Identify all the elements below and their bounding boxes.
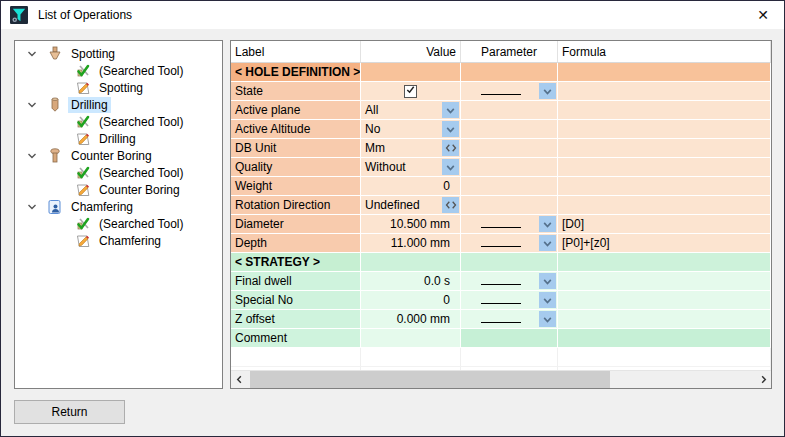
tree-item-label: Counter Boring: [96, 182, 183, 198]
property-label: State: [231, 82, 361, 101]
property-label: Weight: [231, 177, 361, 196]
formula-cell[interactable]: [558, 291, 771, 310]
property-row-comment: Comment: [231, 329, 771, 348]
parameter-cell: [461, 101, 558, 120]
column-header-value: Value: [361, 41, 461, 63]
property-value: 11.000 mm: [391, 236, 450, 250]
formula-cell[interactable]: [558, 272, 771, 291]
chevron-down-icon[interactable]: [25, 98, 39, 112]
property-value-cell[interactable]: 0: [361, 291, 461, 310]
tree-item-searchedtool[interactable]: (Searched Tool): [15, 215, 222, 232]
scroll-left-icon[interactable]: [231, 371, 247, 388]
tree-item-spotting[interactable]: Spotting: [15, 79, 222, 96]
tree-group-spotting[interactable]: Spotting: [15, 45, 222, 62]
property-value-cell[interactable]: No: [361, 120, 461, 139]
property-label: Depth: [231, 234, 361, 253]
tree-item-searchedtool[interactable]: (Searched Tool): [15, 164, 222, 181]
property-grid: LabelValueParameterFormula< HOLE DEFINIT…: [231, 41, 771, 370]
parameter-dropdown-icon[interactable]: [539, 216, 556, 232]
property-value-cell[interactable]: 0: [361, 177, 461, 196]
tree-group-chamfering[interactable]: Chamfering: [15, 198, 222, 215]
property-value-cell[interactable]: [361, 329, 461, 348]
formula-cell[interactable]: [558, 101, 771, 120]
property-value: 0: [443, 293, 450, 307]
parameter-cell[interactable]: [461, 310, 558, 329]
tree-group-drilling[interactable]: Drilling: [15, 96, 222, 113]
value-dropdown-icon[interactable]: [442, 102, 459, 118]
formula-cell[interactable]: [558, 310, 771, 329]
operation-edit-icon: [75, 233, 91, 249]
property-value-cell[interactable]: [361, 82, 461, 101]
spotting-tool-icon: [47, 46, 63, 62]
scroll-right-icon[interactable]: [755, 371, 771, 388]
property-value: 0.000 mm: [397, 312, 450, 326]
property-value: 0: [443, 179, 450, 193]
scrollbar-track[interactable]: [247, 371, 755, 388]
property-label: DB Unit: [231, 139, 361, 158]
parameter-cell[interactable]: [461, 82, 558, 101]
parameter-dropdown-icon[interactable]: [539, 292, 556, 308]
property-row-active-plane: Active planeAll: [231, 101, 771, 120]
close-button[interactable]: ✕: [742, 1, 784, 29]
tree-item-counterboring[interactable]: Counter Boring: [15, 181, 222, 198]
property-value-cell[interactable]: 0.000 mm: [361, 310, 461, 329]
chevron-down-icon[interactable]: [25, 149, 39, 163]
property-value-cell[interactable]: Mm: [361, 139, 461, 158]
horizontal-scrollbar[interactable]: [231, 370, 771, 388]
property-row-active-altitude: Active AltitudeNo: [231, 120, 771, 139]
property-value-cell[interactable]: 11.000 mm: [361, 234, 461, 253]
formula-cell[interactable]: [558, 158, 771, 177]
formula-cell[interactable]: [558, 196, 771, 215]
property-value-cell[interactable]: 10.500 mm: [361, 215, 461, 234]
tree-group-counter-boring[interactable]: Counter Boring: [15, 147, 222, 164]
operation-edit-icon: [75, 182, 91, 198]
property-value: Without: [365, 160, 406, 174]
formula-cell[interactable]: [558, 329, 771, 348]
parameter-cell: [461, 139, 558, 158]
chevron-down-icon[interactable]: [25, 47, 39, 61]
parameter-dropdown-icon[interactable]: [539, 235, 556, 251]
tree-item-searchedtool[interactable]: (Searched Tool): [15, 113, 222, 130]
tree-item-label: (Searched Tool): [96, 114, 187, 130]
state-checkbox[interactable]: [404, 85, 417, 98]
tree-item-label: (Searched Tool): [96, 165, 187, 181]
tree-item-drilling[interactable]: Drilling: [15, 130, 222, 147]
property-value-cell[interactable]: Undefined: [361, 196, 461, 215]
property-value-cell[interactable]: 0.0 s: [361, 272, 461, 291]
formula-cell[interactable]: [558, 120, 771, 139]
tree-item-chamfering[interactable]: Chamfering: [15, 232, 222, 249]
parameter-cell[interactable]: [461, 234, 558, 253]
formula-text: [P0]+[z0]: [562, 236, 610, 250]
value-spinner-icon[interactable]: [442, 140, 459, 156]
value-dropdown-icon[interactable]: [442, 121, 459, 137]
parameter-cell[interactable]: [461, 272, 558, 291]
value-spinner-icon[interactable]: [442, 197, 459, 213]
parameter-cell[interactable]: [461, 291, 558, 310]
formula-cell[interactable]: [558, 82, 771, 101]
tree-item-searchedtool[interactable]: (Searched Tool): [15, 62, 222, 79]
property-value-cell[interactable]: All: [361, 101, 461, 120]
column-header-parameter: Parameter: [461, 41, 558, 63]
formula-cell[interactable]: [D0]: [558, 215, 771, 234]
parameter-placeholder-line: [481, 227, 521, 228]
property-label: Rotation Direction: [231, 196, 361, 215]
chamfering-tool-icon: [47, 199, 63, 215]
formula-cell[interactable]: [558, 139, 771, 158]
formula-cell[interactable]: [P0]+[z0]: [558, 234, 771, 253]
formula-cell[interactable]: [558, 177, 771, 196]
window-title: List of Operations: [38, 8, 132, 22]
parameter-dropdown-icon[interactable]: [539, 83, 556, 99]
tree-item-label: (Searched Tool): [96, 216, 187, 232]
property-row-special-no: Special No0: [231, 291, 771, 310]
return-button[interactable]: Return: [14, 400, 125, 424]
value-dropdown-icon[interactable]: [442, 159, 459, 175]
property-value-cell[interactable]: Without: [361, 158, 461, 177]
parameter-dropdown-icon[interactable]: [539, 273, 556, 289]
tree-item-label: Spotting: [96, 80, 146, 96]
scrollbar-thumb[interactable]: [250, 371, 611, 388]
parameter-cell[interactable]: [461, 215, 558, 234]
parameter-dropdown-icon[interactable]: [539, 311, 556, 327]
chevron-down-icon[interactable]: [25, 200, 39, 214]
tree-item-label: Drilling: [96, 131, 139, 147]
property-row-diameter: Diameter10.500 mm[D0]: [231, 215, 771, 234]
